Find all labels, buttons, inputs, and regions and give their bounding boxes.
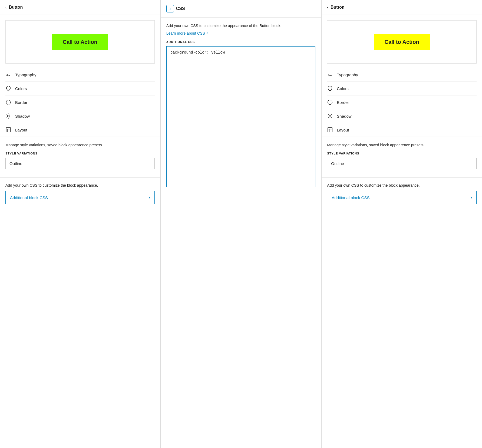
bottom-section-right: Manage style variations, saved block app…	[322, 137, 482, 175]
layout-option-left[interactable]: Layout	[5, 123, 155, 137]
style-options-right: Aa Typography Colors B	[322, 64, 482, 137]
svg-line-14	[10, 117, 10, 118]
shadow-label-left: Shadow	[15, 114, 30, 118]
chevron-left-icon: ‹	[5, 5, 7, 9]
panel-middle-header-icons	[308, 6, 315, 11]
typography-option-right[interactable]: Aa Typography	[327, 68, 477, 82]
border-label-right: Border	[337, 100, 349, 105]
svg-line-16	[6, 117, 7, 118]
preview-area-right: Call to Action	[327, 20, 477, 64]
typography-icon-right: Aa	[327, 72, 333, 78]
layout-option-right[interactable]: Layout	[327, 123, 477, 137]
shadow-option-left[interactable]: Shadow	[5, 109, 155, 123]
css-textarea[interactable]: background-color: yellow	[166, 46, 316, 187]
chevron-right-icon-right: ›	[471, 195, 472, 200]
learn-more-link[interactable]: Learn more about CSS ↗	[166, 31, 208, 35]
typography-label-right: Typography	[337, 73, 358, 77]
style-variation-box-right[interactable]: Outline	[327, 158, 477, 169]
shadow-icon-left	[5, 113, 11, 119]
preview-button-right[interactable]: Call to Action	[374, 34, 430, 50]
svg-text:Aa: Aa	[6, 73, 10, 77]
svg-point-34	[329, 115, 331, 117]
layout-label-right: Layout	[337, 128, 349, 132]
svg-line-39	[328, 114, 329, 114]
layout-icon-left	[5, 127, 11, 133]
colors-icon-left	[5, 85, 11, 91]
shadow-label-right: Shadow	[337, 114, 351, 118]
back-button-left[interactable]: ‹ Button	[5, 5, 23, 10]
svg-line-13	[6, 114, 7, 114]
css-description: Add your own CSS to customize the appear…	[166, 23, 316, 29]
svg-rect-17	[6, 128, 11, 132]
bottom-desc-right: Manage style variations, saved block app…	[327, 142, 477, 148]
svg-rect-43	[328, 128, 332, 132]
additional-css-btn-right[interactable]: Additional block CSS ›	[327, 191, 477, 204]
css-section-desc-right: Add your own CSS to customize the block …	[327, 183, 477, 188]
colors-option-right[interactable]: Colors	[327, 82, 477, 95]
colors-label-right: Colors	[337, 86, 348, 91]
css-header-back: ‹ CSS	[166, 5, 185, 12]
border-option-left[interactable]: Border	[5, 95, 155, 109]
colors-option-left[interactable]: Colors	[5, 82, 155, 95]
chevron-right-icon-left: ›	[148, 195, 150, 200]
panel-left: ‹ Button	[0, 0, 160, 448]
border-option-right[interactable]: Border	[327, 95, 477, 109]
typography-icon-left: Aa	[5, 72, 11, 78]
bottom-desc-left: Manage style variations, saved block app…	[5, 142, 155, 148]
preview-area-left: Call to Action	[5, 20, 155, 64]
css-section-right: Add your own CSS to customize the block …	[322, 178, 482, 204]
css-section-left: Add your own CSS to customize the block …	[0, 178, 160, 204]
layout-label-left: Layout	[15, 128, 27, 132]
style-variations-label-right: STYLE VARIATIONS	[327, 152, 477, 155]
additional-css-btn-left[interactable]: Additional block CSS ›	[5, 191, 155, 204]
panel-left-header-icons	[147, 5, 155, 10]
layout-icon-right	[327, 127, 333, 133]
style-options-left: Aa Typography Colors B	[0, 64, 160, 137]
panels-container: ‹ Button	[0, 0, 482, 448]
css-back-button[interactable]: ‹	[166, 5, 174, 12]
bottom-section-left: Manage style variations, saved block app…	[0, 137, 160, 175]
panel-middle: ‹ CSS	[161, 0, 321, 448]
colors-label-left: Colors	[15, 86, 27, 91]
svg-point-33	[328, 100, 332, 105]
svg-point-7	[6, 100, 11, 105]
panel-left-header: ‹ Button	[0, 0, 160, 15]
back-button-right[interactable]: ‹ Button	[327, 5, 344, 10]
css-link-section: Add your own CSS to customize the appear…	[161, 18, 321, 188]
style-variations-label-left: STYLE VARIATIONS	[5, 152, 155, 155]
typography-option-left[interactable]: Aa Typography	[5, 68, 155, 82]
svg-point-8	[7, 115, 9, 117]
shadow-icon-right	[327, 113, 333, 119]
preview-button-left[interactable]: Call to Action	[52, 34, 108, 50]
border-label-left: Border	[15, 100, 27, 105]
svg-line-41	[332, 114, 332, 114]
svg-line-42	[328, 117, 329, 118]
svg-text:Aa: Aa	[328, 73, 332, 77]
colors-icon-right	[327, 85, 333, 91]
panel-middle-title: CSS	[176, 6, 185, 11]
panel-right: ‹ Button	[322, 0, 482, 448]
chevron-left-icon-right: ‹	[327, 5, 328, 9]
border-icon-left	[5, 99, 11, 105]
style-variation-box-left[interactable]: Outline	[5, 158, 155, 169]
border-icon-right	[327, 99, 333, 105]
panel-middle-header: ‹ CSS	[161, 0, 321, 18]
svg-line-15	[10, 114, 10, 114]
shadow-option-right[interactable]: Shadow	[327, 109, 477, 123]
panel-right-title: Button	[331, 5, 345, 10]
svg-line-40	[332, 117, 332, 118]
additional-css-label-middle: ADDITIONAL CSS	[166, 40, 316, 44]
typography-label-left: Typography	[15, 73, 36, 77]
panel-right-header-icons	[469, 5, 477, 10]
external-link-icon: ↗	[206, 32, 208, 35]
panel-left-title: Button	[9, 5, 23, 10]
panel-right-header: ‹ Button	[322, 0, 482, 15]
css-section-desc-left: Add your own CSS to customize the block …	[5, 183, 155, 188]
